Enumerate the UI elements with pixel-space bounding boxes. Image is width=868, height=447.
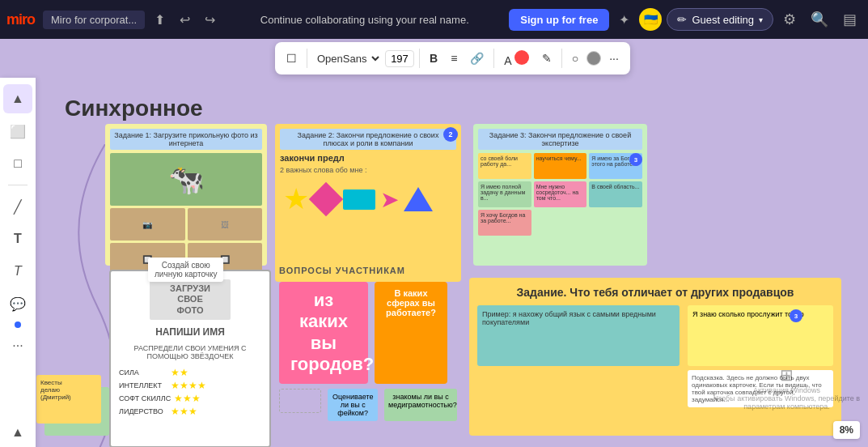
- share-button[interactable]: ⬆: [150, 9, 170, 31]
- task1-area: Задание 1: Загрузите прикольную фото из …: [105, 124, 267, 266]
- panel-button[interactable]: ▤: [838, 7, 862, 32]
- align-button[interactable]: ≡: [446, 49, 462, 68]
- text-color-button[interactable]: A: [499, 47, 533, 70]
- skill-row-soft: СОФТ СКИЛЛС ★★★: [119, 393, 261, 404]
- highlight-button[interactable]: ✎: [537, 49, 557, 68]
- task-right-title: Задание. Что тебя отличает от других про…: [477, 286, 833, 299]
- name-placeholder: НАПИШИ ИМЯ: [155, 326, 225, 338]
- circle-button[interactable]: ○: [567, 49, 583, 68]
- signup-button[interactable]: Sign up for free: [509, 9, 609, 31]
- q-small-1: Оцениваете ли вы с фейком?: [328, 389, 378, 421]
- divider: [561, 49, 562, 68]
- soft-stars: ★★★: [174, 393, 201, 404]
- task2-sub2: 2 важных слова обо мне :: [280, 166, 456, 174]
- shape-format-button[interactable]: ☐: [282, 49, 302, 68]
- distribute-label: РАСПРЕДЕЛИ СВОИ УМЕНИЯ С ПОМОЩЬЮ ЗВЁЗДОЧ…: [133, 344, 246, 360]
- settings-button[interactable]: ⚙: [778, 7, 801, 32]
- task3-area: Задание 3: Закончи предложение о своей э…: [473, 124, 647, 266]
- comment-tool-button[interactable]: 💬: [3, 289, 32, 318]
- leader-stars: ★★★: [171, 406, 197, 417]
- photo-cell-2: 🖼: [188, 208, 263, 241]
- guest-label: Guest editing: [692, 14, 754, 26]
- sticky-grid: со своей боли работу да... научиться чем…: [478, 153, 642, 236]
- windows-logo-icon: ⊞: [713, 365, 860, 385]
- questions-content: из каких вы городов? В каких сферах вы р…: [279, 282, 457, 384]
- pencil-icon: ✏: [677, 13, 687, 26]
- sticky-1: со своей боли работу да...: [478, 153, 531, 179]
- intellect-stars: ★★★★: [171, 380, 206, 391]
- more-tools-button[interactable]: ···: [3, 331, 32, 360]
- q-dotted-1: [279, 389, 321, 413]
- font-family-select[interactable]: OpenSans: [312, 50, 382, 67]
- shape-tool-button[interactable]: □: [3, 149, 32, 178]
- color-circle-b: [586, 51, 601, 66]
- undo-button[interactable]: ↩: [175, 9, 195, 31]
- skill-row-leader: ЛИДЕРСТВО ★★★: [119, 406, 261, 417]
- questions-area: ВОПРОСЫ УЧАСТНИКАМ из каких вы городов? …: [279, 266, 457, 428]
- guest-editing-button[interactable]: ✏ Guest editing ▾: [667, 8, 773, 31]
- text-tool-button[interactable]: T: [3, 224, 32, 253]
- top-toolbar: miro Miro for corporat... ⬆ ↩ ↪ Continue…: [0, 0, 868, 39]
- left-sidebar: ▲ ⬜ □ ╱ T T 💬 ··· ▲ ▼: [0, 78, 36, 447]
- bold-button[interactable]: B: [425, 49, 442, 68]
- photo-cell-1: 📷: [110, 208, 185, 241]
- sticky-6: В своей область...: [589, 181, 642, 207]
- sidebar-divider: [8, 185, 28, 185]
- rect-shape: [343, 189, 375, 210]
- color-swatch: [514, 50, 529, 65]
- line-tool-button[interactable]: ╱: [3, 192, 32, 221]
- comment-badge-3: 3: [629, 153, 642, 166]
- task2-subtitle: закончи предл: [280, 153, 456, 163]
- cursor-mode-button[interactable]: ✦: [614, 9, 634, 31]
- skills-list: СИЛА ★★ ИНТЕЛЛЕКТ ★★★★ СОФТ СКИЛЛС ★★★ Л…: [119, 367, 261, 419]
- bottom-sticky-1: Квесты делаю (Дмитрий): [36, 375, 101, 424]
- question-sticky: В каких сферах вы работаете?: [375, 282, 447, 384]
- sticky-4: Я имею полной задачу в данным в...: [478, 181, 531, 207]
- chevron-down-icon: ▾: [759, 15, 763, 24]
- skill-row-intellect: ИНТЕЛЛЕКТ ★★★★: [119, 380, 261, 391]
- font-size-input[interactable]: [385, 50, 414, 67]
- collab-message: Continue collaborating using your real n…: [231, 14, 498, 26]
- frame-tool-button[interactable]: ⬜: [3, 117, 32, 146]
- diamond-shape: [309, 182, 343, 216]
- note-tool-button[interactable]: T: [3, 257, 32, 286]
- task2-area: Задание 2: Закончи предложение о своих п…: [275, 124, 461, 282]
- star-shape: ★: [283, 182, 309, 216]
- shapes-area: ★ ➤: [280, 179, 456, 219]
- windows-text-1: Активация Windows: [713, 386, 860, 394]
- select-tool-button[interactable]: ▲: [3, 84, 32, 113]
- foto-placeholder: ЗАГРУЗИ СВОЕ ФОТО: [150, 279, 231, 320]
- triangle-shape: [404, 187, 433, 211]
- windows-watermark: ⊞ Активация Windows Чтобы активировать W…: [713, 365, 860, 411]
- task-right-left: Пример: я нахожу общий язык с самыми вре…: [477, 305, 680, 407]
- divider: [493, 49, 494, 68]
- sticky-5: Мне нужно сосредоточ... на том что...: [534, 181, 587, 207]
- page-title: Синхронное: [65, 96, 203, 121]
- text-color-label: A: [504, 54, 511, 67]
- green-info-box: Пример: я нахожу общий язык с самыми вре…: [477, 305, 680, 366]
- redo-button[interactable]: ↪: [200, 9, 220, 31]
- task-right-card: Задание. Что тебя отличает от других про…: [469, 278, 841, 436]
- task3-label: Задание 3: Закончи предложение о своей э…: [478, 129, 642, 150]
- canvas: Синхронное ▲ ⬜ □ ╱ T T 💬 ··· ▲ ▼ Задание…: [0, 39, 868, 447]
- yellow-sticky: Я знаю сколько прослужит товар: [688, 305, 833, 366]
- search-button[interactable]: 🔍: [806, 7, 833, 32]
- more-options-button[interactable]: ···: [604, 49, 624, 68]
- divider: [419, 49, 420, 68]
- task1-label: Задание 1: Загрузите прикольную фото из …: [110, 129, 262, 150]
- cow-emoji: 🐄: [168, 163, 205, 197]
- scroll-up-button[interactable]: ▲: [3, 418, 32, 447]
- tab-title[interactable]: Miro for corporat...: [43, 11, 145, 29]
- flag-icon: 🇺🇦: [639, 8, 662, 31]
- link-button[interactable]: 🔗: [465, 49, 489, 68]
- create-note: Создай свою личную карточку: [148, 258, 223, 282]
- sticky-7: Я хочу Богдов на за работе...: [478, 210, 531, 236]
- windows-text-2: Чтобы активировать Windows, перейдите в …: [713, 394, 860, 411]
- arrow-shape: ➤: [380, 186, 399, 213]
- personal-card: ЗАГРУЗИ СВОЕ ФОТО НАПИШИ ИМЯ РАСПРЕДЕЛИ …: [109, 270, 271, 447]
- divider: [307, 49, 307, 68]
- format-toolbar: ☐ OpenSans B ≡ 🔗 A ✎ ○ ···: [275, 42, 630, 74]
- sila-stars: ★★: [171, 367, 188, 378]
- questions-title: ВОПРОСЫ УЧАСТНИКАМ: [279, 266, 457, 275]
- sticky-2: научиться чему...: [534, 153, 587, 179]
